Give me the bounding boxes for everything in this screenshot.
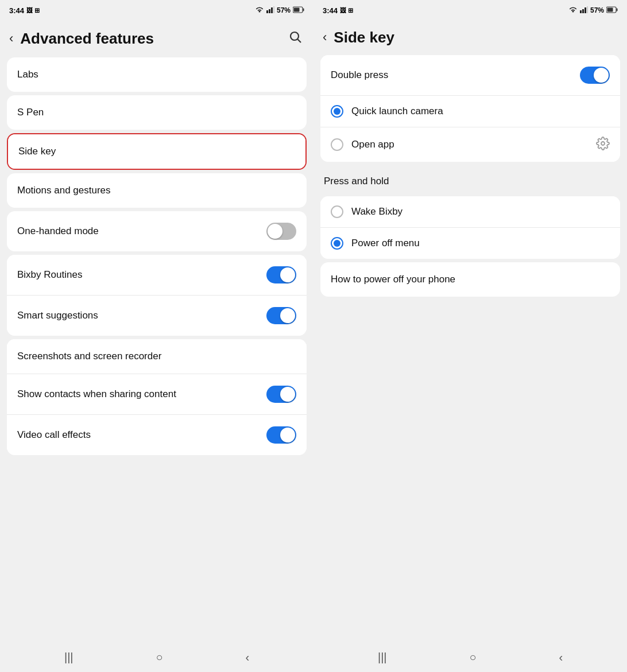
contacts-toggle-knob — [280, 387, 295, 402]
smart-toggle[interactable] — [266, 307, 296, 324]
left-battery-icon — [293, 6, 304, 15]
onehanded-item[interactable]: One-handed mode — [7, 211, 307, 251]
svg-rect-14 — [617, 8, 618, 11]
svg-rect-11 — [585, 7, 586, 13]
svg-point-16 — [601, 142, 605, 145]
right-time: 3:44 — [323, 6, 338, 15]
labs-group: Labs — [7, 57, 307, 92]
bottom-group: Screenshots and screen recorder Show con… — [7, 339, 307, 455]
wake-bixby-item[interactable]: Wake Bixby — [320, 196, 620, 228]
videocall-toggle[interactable] — [266, 426, 296, 444]
double-press-toggle[interactable] — [580, 67, 610, 84]
motions-item[interactable]: Motions and gestures — [7, 173, 307, 208]
right-nav-bar: ||| ○ ‹ — [314, 642, 627, 672]
left-page-title: Advanced features — [20, 30, 284, 48]
right-home-button[interactable]: ○ — [469, 651, 476, 664]
spen-item[interactable]: S Pen — [7, 95, 307, 130]
svg-rect-1 — [269, 9, 270, 13]
right-signal-icon — [580, 6, 588, 15]
sidekey-item[interactable]: Side key — [8, 134, 305, 169]
videocall-toggle-knob — [280, 428, 295, 442]
left-time: 3:44 — [9, 6, 24, 15]
onehanded-toggle-knob — [268, 224, 282, 239]
onehanded-group: One-handed mode — [7, 211, 307, 251]
right-battery-icon — [606, 6, 618, 15]
right-battery: 57% — [590, 6, 604, 14]
spen-group: S Pen — [7, 95, 307, 130]
svg-rect-0 — [266, 10, 268, 13]
right-settings-list: Double press Quick launch camera Open ap… — [314, 52, 627, 642]
left-signal-icon — [266, 6, 274, 15]
smart-item[interactable]: Smart suggestions — [7, 296, 307, 336]
left-wifi-icon — [255, 6, 264, 15]
right-panel: 3:44 🖼 ⊞ 57% ‹ Side key Double press — [314, 0, 627, 672]
left-status-bar: 3:44 🖼 ⊞ 57% — [0, 0, 314, 21]
right-notification-icons: 🖼 ⊞ — [340, 7, 353, 14]
quick-camera-radio-inner — [334, 108, 340, 115]
how-to-item[interactable]: How to power off your phone — [320, 262, 620, 297]
svg-rect-3 — [273, 6, 274, 13]
press-hold-group: Wake Bixby Power off menu — [320, 196, 620, 259]
right-wifi-icon — [568, 6, 578, 15]
bixby-toggle-knob — [280, 267, 295, 282]
svg-point-7 — [291, 32, 299, 40]
svg-rect-9 — [580, 10, 582, 13]
contacts-item[interactable]: Show contacts when sharing content — [7, 374, 307, 415]
double-press-group: Double press Quick launch camera Open ap… — [320, 55, 620, 162]
onehanded-toggle[interactable] — [266, 223, 296, 240]
power-menu-radio-inner — [334, 240, 340, 247]
bixby-smart-group: Bixby Routines Smart suggestions — [7, 255, 307, 336]
svg-line-8 — [298, 40, 301, 43]
bixby-item[interactable]: Bixby Routines — [7, 255, 307, 296]
svg-rect-12 — [587, 6, 588, 13]
quick-camera-item[interactable]: Quick launch camera — [320, 96, 620, 127]
smart-toggle-knob — [280, 308, 295, 323]
contacts-toggle[interactable] — [266, 386, 296, 403]
double-press-row: Double press — [320, 55, 620, 96]
right-page-title: Side key — [334, 29, 618, 46]
power-menu-item[interactable]: Power off menu — [320, 228, 620, 259]
left-back-button[interactable]: ‹ — [5, 29, 18, 48]
right-back-nav-button[interactable]: ‹ — [559, 651, 563, 664]
double-press-toggle-knob — [594, 68, 609, 83]
open-app-gear-icon[interactable] — [596, 137, 610, 153]
videocall-item[interactable]: Video call effects — [7, 415, 307, 455]
right-status-bar: 3:44 🖼 ⊞ 57% — [314, 0, 627, 21]
motions-group: Motions and gestures — [7, 173, 307, 208]
left-panel: 3:44 🖼 ⊞ 57% ‹ Advanced features — [0, 0, 314, 672]
bixby-toggle[interactable] — [266, 266, 296, 283]
svg-rect-2 — [271, 7, 273, 13]
quick-camera-radio[interactable] — [331, 105, 343, 118]
right-recent-button[interactable]: ||| — [378, 651, 387, 664]
right-back-button[interactable]: ‹ — [318, 28, 331, 47]
left-back-nav-button[interactable]: ‹ — [245, 651, 249, 664]
left-search-button[interactable] — [286, 28, 304, 49]
screenshots-item[interactable]: Screenshots and screen recorder — [7, 339, 307, 374]
left-recent-button[interactable]: ||| — [64, 651, 73, 664]
power-menu-radio[interactable] — [331, 237, 343, 250]
left-battery: 57% — [277, 6, 291, 14]
left-nav-bar: ||| ○ ‹ — [0, 642, 314, 672]
left-settings-list: Labs S Pen Side key Motions and gestures… — [0, 54, 314, 642]
right-header: ‹ Side key — [314, 21, 627, 52]
wake-bixby-radio[interactable] — [331, 205, 343, 218]
how-to-group: How to power off your phone — [320, 262, 620, 297]
svg-rect-10 — [582, 9, 584, 13]
press-hold-header: Press and hold — [314, 165, 627, 193]
left-header: ‹ Advanced features — [0, 21, 314, 54]
open-app-item[interactable]: Open app — [320, 127, 620, 162]
left-notification-icons: 🖼 ⊞ — [26, 7, 40, 14]
open-app-radio[interactable] — [331, 138, 343, 151]
left-home-button[interactable]: ○ — [156, 651, 162, 664]
labs-item[interactable]: Labs — [7, 57, 307, 92]
svg-rect-5 — [303, 8, 304, 11]
svg-rect-6 — [294, 7, 300, 11]
sidekey-group: Side key — [7, 133, 307, 170]
svg-rect-15 — [607, 7, 613, 11]
